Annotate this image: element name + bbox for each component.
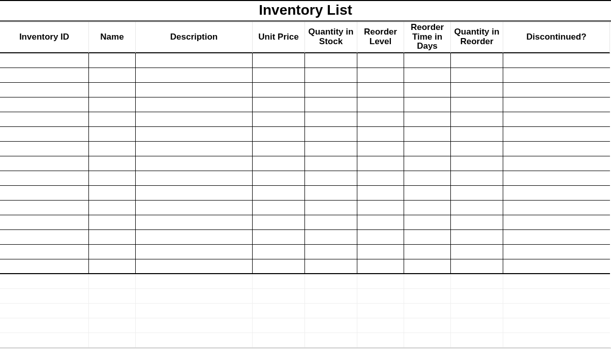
table-cell[interactable] [451,156,503,171]
table-cell[interactable] [253,171,305,186]
ghost-cell[interactable] [0,274,89,289]
table-cell[interactable] [404,245,451,259]
ghost-cell[interactable] [357,318,404,333]
table-cell[interactable] [89,259,136,274]
table-cell[interactable] [451,142,503,156]
table-cell[interactable] [89,201,136,215]
table-cell[interactable] [89,245,136,259]
ghost-cell[interactable] [357,274,404,289]
table-cell[interactable] [136,245,253,259]
table-cell[interactable] [253,215,305,230]
table-cell[interactable] [451,201,503,215]
ghost-cell[interactable] [89,333,136,348]
ghost-cell[interactable] [253,333,305,348]
ghost-cell[interactable] [0,333,89,348]
table-cell[interactable] [89,127,136,142]
table-cell[interactable] [357,259,404,274]
table-cell[interactable] [0,201,89,215]
table-cell[interactable] [404,171,451,186]
ghost-cell[interactable] [357,304,404,318]
ghost-cell[interactable] [404,274,451,289]
table-cell[interactable] [357,142,404,156]
table-cell[interactable] [503,259,610,274]
table-cell[interactable] [503,97,610,112]
table-cell[interactable] [0,259,89,274]
table-cell[interactable] [89,215,136,230]
ghost-cell[interactable] [0,304,89,318]
ghost-cell[interactable] [404,318,451,333]
table-cell[interactable] [404,259,451,274]
table-cell[interactable] [305,171,357,186]
table-cell[interactable] [0,156,89,171]
ghost-cell[interactable] [451,274,503,289]
table-cell[interactable] [451,186,503,201]
table-cell[interactable] [253,230,305,245]
ghost-cell[interactable] [136,333,253,348]
table-cell[interactable] [305,112,357,127]
table-cell[interactable] [404,156,451,171]
table-cell[interactable] [404,230,451,245]
table-cell[interactable] [89,97,136,112]
ghost-cell[interactable] [305,304,357,318]
table-cell[interactable] [357,112,404,127]
table-cell[interactable] [136,156,253,171]
table-cell[interactable] [89,186,136,201]
table-cell[interactable] [404,112,451,127]
table-cell[interactable] [503,215,610,230]
table-cell[interactable] [253,259,305,274]
table-cell[interactable] [253,156,305,171]
table-cell[interactable] [89,83,136,97]
table-cell[interactable] [136,83,253,97]
table-cell[interactable] [253,201,305,215]
table-cell[interactable] [451,112,503,127]
table-cell[interactable] [404,53,451,68]
ghost-cell[interactable] [357,333,404,348]
table-cell[interactable] [503,112,610,127]
table-cell[interactable] [0,83,89,97]
table-cell[interactable] [136,171,253,186]
ghost-cell[interactable] [404,304,451,318]
table-cell[interactable] [0,97,89,112]
table-cell[interactable] [357,83,404,97]
ghost-cell[interactable] [253,274,305,289]
ghost-cell[interactable] [404,289,451,304]
ghost-cell[interactable] [253,304,305,318]
table-cell[interactable] [89,53,136,68]
table-cell[interactable] [0,215,89,230]
table-cell[interactable] [305,259,357,274]
table-cell[interactable] [357,68,404,83]
table-cell[interactable] [305,142,357,156]
table-cell[interactable] [253,53,305,68]
table-cell[interactable] [136,215,253,230]
table-cell[interactable] [305,53,357,68]
ghost-cell[interactable] [136,318,253,333]
table-cell[interactable] [253,245,305,259]
table-cell[interactable] [404,215,451,230]
table-cell[interactable] [451,215,503,230]
table-cell[interactable] [404,83,451,97]
table-cell[interactable] [0,245,89,259]
table-cell[interactable] [357,53,404,68]
ghost-cell[interactable] [451,289,503,304]
ghost-cell[interactable] [503,304,610,318]
table-cell[interactable] [136,127,253,142]
table-cell[interactable] [451,245,503,259]
table-cell[interactable] [136,53,253,68]
table-cell[interactable] [253,186,305,201]
table-cell[interactable] [503,156,610,171]
table-cell[interactable] [0,142,89,156]
ghost-cell[interactable] [305,318,357,333]
table-cell[interactable] [305,97,357,112]
table-cell[interactable] [305,127,357,142]
table-cell[interactable] [136,186,253,201]
ghost-cell[interactable] [305,289,357,304]
table-cell[interactable] [136,142,253,156]
table-cell[interactable] [451,171,503,186]
ghost-cell[interactable] [253,289,305,304]
table-cell[interactable] [89,230,136,245]
table-cell[interactable] [89,156,136,171]
ghost-cell[interactable] [253,318,305,333]
table-cell[interactable] [357,201,404,215]
table-cell[interactable] [0,186,89,201]
table-cell[interactable] [305,230,357,245]
